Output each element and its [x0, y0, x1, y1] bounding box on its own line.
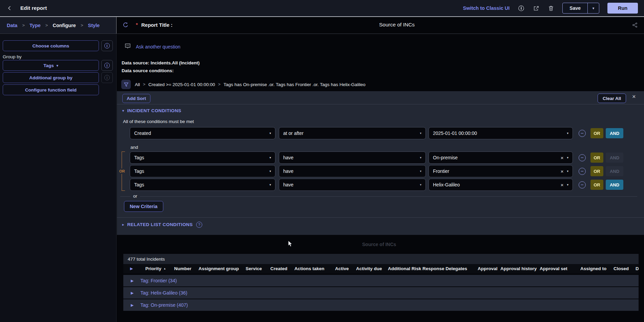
refresh-icon[interactable] [122, 22, 129, 28]
or-button[interactable]: OR [590, 128, 603, 138]
clear-all-button[interactable]: Clear All [598, 94, 626, 103]
and-button[interactable]: AND [606, 128, 623, 138]
column-header-approval[interactable]: Approval [478, 266, 498, 271]
clear-value-icon[interactable]: × [561, 155, 564, 161]
new-criteria-button[interactable]: New Criteria [124, 201, 163, 212]
column-header-activity-due[interactable]: Activity due [356, 266, 382, 271]
condition-field-select[interactable]: Tags ▾ [130, 152, 275, 164]
save-button[interactable]: Save [563, 3, 587, 13]
condition-operator-value: have [283, 182, 293, 187]
column-header-priority[interactable]: Priority▲ [145, 266, 166, 271]
filter-icon[interactable] [121, 80, 131, 89]
chevron-down-icon: ▾ [567, 183, 568, 186]
expand-all-icon[interactable]: ▶ [130, 266, 133, 271]
or-button[interactable]: OR [590, 180, 603, 190]
condition-row: Tags ▾ have ▾ Frontier × ▾ − OR AND [130, 165, 623, 177]
run-button[interactable]: Run [607, 3, 638, 14]
or-button[interactable]: OR [590, 166, 603, 176]
filter-breadcrumb: All > Created >= 2025-01-01 00:00:00 > T… [135, 82, 366, 87]
column-header-clipped[interactable]: D [636, 266, 639, 271]
condition-value-select[interactable]: On-premise × ▾ [429, 152, 573, 164]
trash-icon[interactable] [547, 5, 554, 12]
column-header-created[interactable]: Created [270, 266, 287, 271]
condition-field-select[interactable]: Created ▾ [130, 127, 275, 139]
filter-crumb-all[interactable]: All [135, 82, 140, 87]
chevron-down-icon: ▾ [420, 156, 421, 159]
chevron-right-icon: > [218, 82, 221, 87]
ask-another-question-link[interactable]: Ask another question [136, 44, 181, 49]
or-button[interactable]: OR [590, 153, 603, 163]
remove-condition-icon[interactable]: − [579, 181, 586, 188]
remove-condition-icon[interactable]: − [579, 130, 586, 137]
back-icon[interactable] [6, 5, 13, 12]
condition-value-select[interactable]: Helix-Galileo × ▾ [429, 179, 573, 191]
and-button[interactable]: AND [606, 166, 623, 176]
expand-icon[interactable]: ▶ [131, 291, 133, 295]
chevron-down-icon: ▾ [420, 132, 421, 135]
filter-crumb-created[interactable]: Created >= 2025-01-01 00:00:00 [148, 82, 215, 87]
breadcrumb-data[interactable]: Data [7, 23, 17, 28]
remove-condition-icon[interactable]: − [579, 154, 586, 161]
column-header-assignment-group[interactable]: Assignment group [199, 266, 239, 271]
configure-sidebar: Choose columns i Group by Tags ▾ i Addit… [0, 34, 117, 322]
share-icon[interactable] [632, 22, 639, 29]
additional-group-by-button[interactable]: Additional group by [3, 72, 99, 83]
export-icon[interactable] [533, 5, 539, 12]
clear-value-icon[interactable]: × [561, 182, 564, 188]
group-by-select[interactable]: Tags ▾ [3, 60, 99, 71]
clear-value-icon[interactable]: × [561, 168, 564, 174]
report-title-value[interactable]: Source of INCs [379, 22, 415, 28]
filter-breadcrumb-row: All > Created >= 2025-01-01 00:00:00 > T… [121, 80, 366, 89]
condition-operator-select[interactable]: have ▾ [279, 165, 426, 177]
expand-icon[interactable]: ▶ [131, 279, 133, 283]
configure-function-field-button[interactable]: Configure function field [3, 84, 99, 95]
group-by-value: Tags [43, 63, 54, 68]
condition-operator-select[interactable]: at or after ▾ [279, 127, 426, 139]
group-by-info-button[interactable]: i [101, 60, 113, 71]
group-row-helix-galileo[interactable]: ▶ Tag: Helix-Galileo (36) [123, 287, 639, 299]
filter-crumb-tags[interactable]: Tags has On-premise .or. Tags has Fronti… [224, 82, 366, 87]
group-row-on-premise[interactable]: ▶ Tag: On-premise (407) [123, 299, 639, 311]
incident-conditions-header[interactable]: ▾ INCIDENT CONDITIONS [122, 108, 181, 113]
condition-field-select[interactable]: Tags ▾ [130, 179, 275, 191]
column-header-number[interactable]: Number [174, 266, 191, 271]
column-header-assigned-to[interactable]: Assigned to [580, 266, 606, 271]
column-header-service[interactable]: Service [246, 266, 262, 271]
configure-function-field-label: Configure function field [25, 87, 77, 93]
edit-report-screen: Edit report Switch to Classic UI Save ▾ … [0, 0, 644, 322]
choose-columns-button[interactable]: Choose columns [3, 40, 99, 51]
info-icon: i [104, 43, 110, 48]
breadcrumb-style[interactable]: Style [88, 23, 100, 28]
condition-value-select[interactable]: 2025-01-01 00:00:00 ▾ [429, 127, 573, 139]
column-header-approval-history[interactable]: Approval history [500, 266, 537, 271]
condition-operator-select[interactable]: have ▾ [279, 152, 426, 164]
help-icon[interactable]: ? [196, 222, 202, 228]
breadcrumb-configure[interactable]: Configure [53, 23, 76, 28]
chevron-down-icon: ▾ [269, 132, 271, 135]
column-header-active[interactable]: Active [335, 266, 349, 271]
and-button[interactable]: AND [606, 180, 623, 190]
chevron-right-icon: > [143, 82, 145, 87]
add-sort-button[interactable]: Add Sort [122, 94, 150, 103]
condition-value-select[interactable]: Frontier × ▾ [429, 165, 573, 177]
related-list-conditions-header[interactable]: ▸ RELATED LIST CONDITIONS [122, 222, 193, 227]
column-header-actions-taken[interactable]: Actions taken [294, 266, 325, 271]
column-header-closed[interactable]: Closed [614, 266, 629, 271]
and-button[interactable]: AND [606, 153, 623, 163]
switch-classic-link[interactable]: Switch to Classic UI [463, 5, 510, 11]
top-bar: Edit report Switch to Classic UI Save ▾ … [0, 0, 644, 17]
choose-columns-info-button[interactable]: i [101, 40, 113, 51]
remove-condition-icon[interactable]: − [579, 168, 586, 175]
info-icon[interactable] [518, 5, 524, 12]
save-menu-chevron-down-icon[interactable]: ▾ [587, 3, 599, 13]
condition-field-select[interactable]: Tags ▾ [130, 165, 275, 177]
chevron-down-icon: ▾ [269, 156, 271, 159]
condition-operator-value: at or after [283, 130, 304, 136]
close-icon[interactable]: × [632, 93, 636, 100]
group-row-frontier[interactable]: ▶ Tag: Frontier (34) [123, 275, 639, 286]
column-header-approval-set[interactable]: Approval set [540, 266, 567, 271]
breadcrumb-type[interactable]: Type [29, 23, 41, 28]
expand-icon[interactable]: ▶ [131, 303, 133, 307]
condition-operator-select[interactable]: have ▾ [279, 179, 426, 191]
column-header-additional-risk-response-delegates[interactable]: Additional Risk Response Delegates [388, 266, 467, 271]
